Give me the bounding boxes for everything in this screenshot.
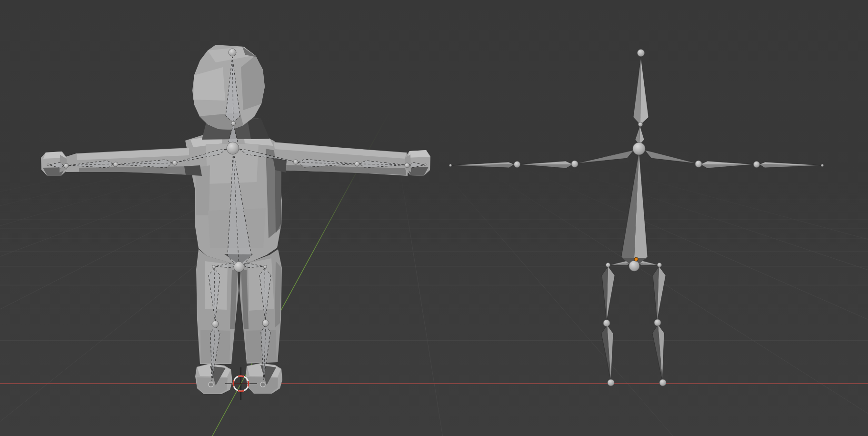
character-joint-sphere[interactable] <box>227 142 239 154</box>
character-joint-sphere[interactable] <box>172 161 177 165</box>
character-joint-sphere[interactable] <box>229 49 236 56</box>
horizon-fade <box>0 110 868 258</box>
mesh-facet-left-armpit-shadow <box>184 165 202 176</box>
armature-joint-sphere[interactable] <box>449 164 452 167</box>
character-joint-sphere[interactable] <box>212 265 216 269</box>
armature-joint-sphere[interactable] <box>639 122 643 127</box>
character-joint-sphere[interactable] <box>113 162 118 167</box>
character-joint-sphere[interactable] <box>405 163 409 168</box>
character-joint-sphere[interactable] <box>231 122 236 126</box>
character-joint-sphere[interactable] <box>424 164 426 166</box>
armature-joint-sphere[interactable] <box>638 50 645 57</box>
armature-joint-sphere[interactable] <box>608 379 614 386</box>
viewport-canvas[interactable] <box>0 0 868 436</box>
armature-joint-sphere[interactable] <box>754 162 760 168</box>
armature-joint-sphere[interactable] <box>629 261 639 271</box>
character-joint-sphere[interactable] <box>64 163 69 168</box>
character-joint-wire[interactable] <box>209 382 213 387</box>
character-joint-sphere[interactable] <box>212 321 219 327</box>
armature-joint-sphere[interactable] <box>821 164 824 167</box>
character-joint-sphere[interactable] <box>293 160 298 164</box>
character-joint-wire[interactable] <box>260 382 265 387</box>
armature-joint-sphere[interactable] <box>603 320 610 326</box>
armature-joint-sphere[interactable] <box>514 162 520 168</box>
armature-joint-sphere[interactable] <box>658 263 662 267</box>
blender-3d-viewport[interactable] <box>0 0 868 436</box>
character-joint-sphere[interactable] <box>264 265 267 269</box>
character-joint-sphere[interactable] <box>47 164 49 166</box>
armature-joint-sphere[interactable] <box>571 161 578 167</box>
character-joint-sphere[interactable] <box>262 320 269 326</box>
armature-joint-sphere[interactable] <box>633 142 645 155</box>
armature-joint-sphere[interactable] <box>654 319 661 326</box>
armature-joint-sphere[interactable] <box>695 161 702 167</box>
character-joint-sphere[interactable] <box>355 162 359 166</box>
armature-joint-sphere[interactable] <box>606 263 610 267</box>
armature-joint-sphere[interactable] <box>659 379 666 386</box>
character-joint-sphere[interactable] <box>234 262 244 272</box>
mesh-facet-right-hand-top <box>408 150 430 158</box>
object-origin-dot <box>634 257 638 261</box>
